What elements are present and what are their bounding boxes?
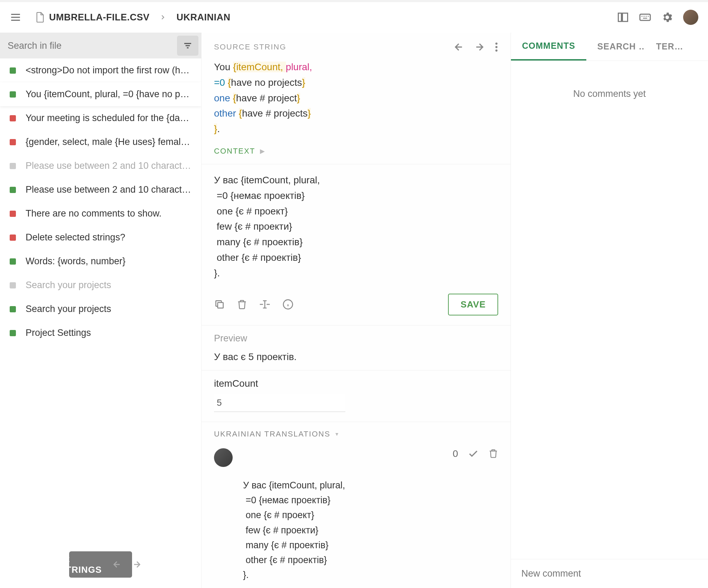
list-item-text: Search your projects bbox=[26, 304, 111, 314]
svg-rect-10 bbox=[643, 18, 647, 19]
svg-point-9 bbox=[648, 16, 649, 17]
copy-source-icon[interactable] bbox=[214, 299, 225, 310]
svg-point-20 bbox=[495, 49, 497, 52]
string-list: <strong>Do not import the first row (hea… bbox=[0, 58, 201, 543]
status-dot bbox=[10, 211, 16, 217]
sidebar-footer: 12 STRINGS bbox=[69, 551, 132, 578]
more-icon[interactable] bbox=[495, 42, 498, 52]
list-item-text: Search your projects bbox=[26, 280, 111, 291]
user-avatar[interactable] bbox=[683, 10, 698, 25]
prev-string-icon[interactable] bbox=[453, 42, 464, 53]
tab-comments[interactable]: COMMENTS bbox=[511, 33, 586, 61]
list-item[interactable]: Please use between 2 and 10 characters bbox=[0, 154, 201, 178]
list-item[interactable]: Project Settings bbox=[0, 321, 201, 345]
insert-icon[interactable] bbox=[259, 299, 271, 310]
status-dot bbox=[10, 235, 16, 241]
check-icon[interactable] bbox=[468, 448, 479, 459]
list-item[interactable]: Please use between 2 and 10 characters bbox=[0, 178, 201, 202]
svg-rect-4 bbox=[623, 13, 628, 21]
next-string-icon[interactable] bbox=[474, 42, 485, 53]
source-string-label: SOURCE STRING bbox=[214, 43, 286, 52]
tab-search[interactable]: SEARCH … bbox=[586, 33, 645, 61]
search-bar bbox=[0, 33, 201, 58]
svg-point-7 bbox=[644, 16, 645, 17]
translation-input[interactable]: У вас {itemCount, plural, =0 {немає прое… bbox=[202, 164, 511, 290]
svg-point-8 bbox=[646, 16, 647, 17]
status-dot bbox=[10, 67, 16, 74]
svg-rect-21 bbox=[218, 303, 223, 308]
preview-label: Preview bbox=[214, 333, 498, 344]
prev-page-icon[interactable] bbox=[112, 560, 122, 569]
breadcrumb: UMBRELLA-FILE.CSV UKRAINIAN bbox=[49, 12, 617, 23]
list-item[interactable]: Your meeting is scheduled for the {dateV… bbox=[0, 106, 201, 130]
preview-text: У вас є 5 проектів. bbox=[214, 351, 498, 362]
list-item[interactable]: Search your projects bbox=[0, 273, 201, 297]
hamburger-menu-icon[interactable] bbox=[10, 11, 21, 23]
right-panel: COMMENTS SEARCH … TER… No comments yet bbox=[511, 33, 708, 588]
list-item-text: Project Settings bbox=[26, 328, 91, 338]
list-item-text: Please use between 2 and 10 characters bbox=[26, 184, 192, 195]
chevron-right-icon: ▶ bbox=[260, 147, 266, 155]
layout-icon[interactable] bbox=[617, 11, 629, 24]
entry-vote-count: 0 bbox=[453, 448, 458, 459]
chevron-down-icon: ▼ bbox=[335, 431, 340, 437]
list-item-text: {gender, select, male {He uses} female {… bbox=[26, 137, 192, 147]
comment-input[interactable] bbox=[521, 568, 698, 579]
list-item[interactable]: There are no comments to show. bbox=[0, 202, 201, 226]
filter-icon[interactable] bbox=[177, 36, 198, 56]
list-item[interactable]: Delete selected strings? bbox=[0, 226, 201, 249]
trash-icon[interactable] bbox=[488, 448, 498, 459]
list-item-text: <strong>Do not import the first row (hea… bbox=[26, 65, 192, 76]
translations-toggle[interactable]: UKRAINIAN TRANSLATIONS ▼ bbox=[214, 430, 498, 439]
string-count: 12 STRINGS bbox=[59, 554, 102, 575]
svg-point-18 bbox=[495, 43, 497, 45]
comments-empty: No comments yet bbox=[511, 61, 708, 559]
list-item-text: There are no comments to show. bbox=[26, 208, 161, 219]
list-item[interactable]: Search your projects bbox=[0, 297, 201, 321]
list-item[interactable]: You {itemCount, plural, =0 {have no proj… bbox=[0, 82, 201, 106]
keyboard-icon[interactable] bbox=[639, 12, 651, 22]
status-dot bbox=[10, 258, 16, 265]
context-toggle[interactable]: CONTEXT ▶ bbox=[202, 144, 511, 164]
sidebar: <strong>Do not import the first row (hea… bbox=[0, 33, 201, 588]
list-item-text: Words: {words, number} bbox=[26, 256, 125, 267]
editor-panel: SOURCE STRING You {itemCount, plural, =0… bbox=[201, 33, 511, 588]
search-input[interactable] bbox=[0, 40, 177, 51]
tabs: COMMENTS SEARCH … TER… bbox=[511, 33, 708, 61]
source-string: You {itemCount, plural, =0 {have no proj… bbox=[202, 59, 511, 144]
breadcrumb-language[interactable]: UKRAINIAN bbox=[176, 12, 230, 23]
next-page-icon[interactable] bbox=[132, 560, 142, 569]
breadcrumb-file[interactable]: UMBRELLA-FILE.CSV bbox=[49, 12, 149, 23]
file-icon bbox=[35, 11, 45, 23]
variable-label: itemCount bbox=[214, 378, 498, 389]
list-item-text: Delete selected strings? bbox=[26, 232, 125, 243]
trash-icon[interactable] bbox=[237, 299, 247, 310]
entry-avatar[interactable] bbox=[214, 448, 233, 467]
list-item[interactable]: {gender, select, male {He uses} female {… bbox=[0, 130, 201, 154]
chevron-right-icon bbox=[159, 13, 167, 21]
variable-input[interactable] bbox=[214, 394, 345, 412]
status-dot bbox=[10, 163, 16, 169]
translation-entry: У вас {itemCount, plural, =0 {немає прое… bbox=[214, 439, 498, 588]
list-item-text: Your meeting is scheduled for the {dateV… bbox=[26, 113, 192, 123]
status-dot bbox=[10, 115, 16, 121]
status-dot bbox=[10, 330, 16, 336]
svg-point-19 bbox=[495, 46, 497, 48]
gear-icon[interactable] bbox=[661, 11, 673, 24]
list-item[interactable]: <strong>Do not import the first row (hea… bbox=[0, 58, 201, 82]
status-dot bbox=[10, 306, 16, 312]
save-button[interactable]: SAVE bbox=[448, 294, 498, 315]
entry-text: У вас {itemCount, plural, =0 {немає прое… bbox=[243, 478, 442, 582]
list-item-text: You {itemCount, plural, =0 {have no proj… bbox=[26, 89, 192, 100]
status-dot bbox=[10, 139, 16, 145]
svg-rect-5 bbox=[640, 14, 650, 20]
list-item-text: Please use between 2 and 10 characters bbox=[26, 160, 192, 171]
tab-terminology[interactable]: TER… bbox=[645, 33, 695, 61]
list-item[interactable]: Words: {words, number} bbox=[0, 249, 201, 273]
status-dot bbox=[10, 187, 16, 193]
status-dot bbox=[10, 282, 16, 288]
status-dot bbox=[10, 91, 16, 98]
info-icon[interactable] bbox=[282, 299, 294, 310]
svg-point-6 bbox=[642, 16, 643, 17]
svg-rect-3 bbox=[618, 13, 622, 21]
